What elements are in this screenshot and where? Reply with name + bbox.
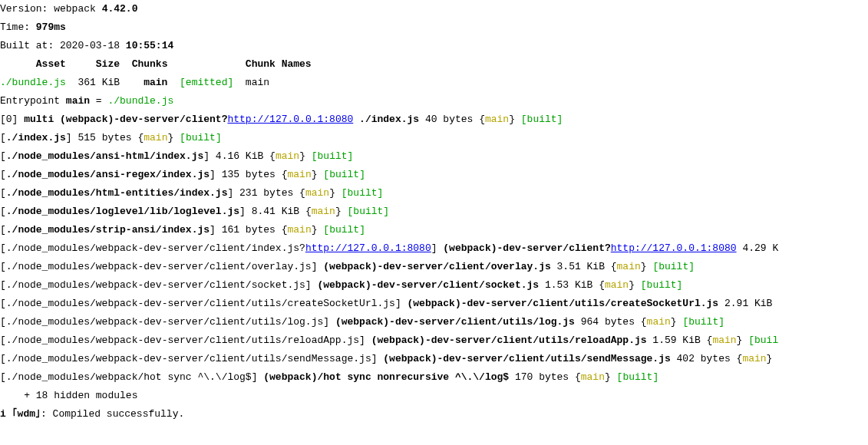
module-line: [./index.js] 515 bytes {main} [built]: [0, 129, 868, 147]
url-link[interactable]: http://127.0.0.1:8080: [305, 242, 431, 254]
module-line: [./node_modules/webpack-dev-server/clien…: [0, 295, 868, 313]
module-line: [./node_modules/webpack-dev-server/clien…: [0, 350, 868, 368]
table-row: ./bundle.js 361 KiB main [emitted] main: [0, 74, 312, 92]
module-line: [./node_modules/webpack-dev-server/clien…: [0, 313, 868, 331]
time-line: Time: 979ms: [0, 18, 868, 37]
asset-table: Asset Size Chunks Chunk Names ./bundle.j…: [0, 55, 312, 92]
entrypoint-line: Entrypoint main = ./bundle.js: [0, 92, 868, 110]
wdm-line: i ｢wdm｣: Compiled successfully.: [0, 405, 868, 424]
module-line: [./node_modules/ansi-html/index.js] 4.16…: [0, 147, 868, 166]
version-line: Version: webpack 4.42.0: [0, 0, 868, 18]
col-status: [180, 55, 246, 74]
built-line: Built at: 2020-03-18 10:55:14: [0, 37, 868, 55]
module-line: [./node_modules/ansi-regex/index.js] 135…: [0, 166, 868, 184]
module-line: [./node_modules/webpack-dev-server/clien…: [0, 239, 868, 258]
module-line: [./node_modules/webpack-dev-server/clien…: [0, 276, 868, 295]
url-link[interactable]: http://127.0.0.1:8080: [227, 114, 353, 125]
module-line: [./node_modules/strip-ansi/index.js] 161…: [0, 221, 868, 239]
module-line: [0] multi (webpack)-dev-server/client?ht…: [0, 110, 868, 129]
col-asset: Asset: [0, 55, 78, 74]
hidden-modules-line: + 18 hidden modules: [0, 387, 868, 405]
module-line: [./node_modules/html-entities/index.js] …: [0, 184, 868, 203]
module-line: [./node_modules/loglevel/lib/loglevel.js…: [0, 203, 868, 221]
col-chunknames: Chunk Names: [246, 55, 312, 74]
module-line: [./node_modules/webpack-dev-server/clien…: [0, 331, 868, 350]
url-link[interactable]: http://127.0.0.1:8080: [611, 242, 737, 254]
col-chunks: Chunks: [132, 55, 180, 74]
module-line: [./node_modules/webpack/hot sync ^\.\/lo…: [0, 368, 868, 387]
module-line: [./node_modules/webpack-dev-server/clien…: [0, 258, 868, 276]
col-size: Size: [78, 55, 131, 74]
